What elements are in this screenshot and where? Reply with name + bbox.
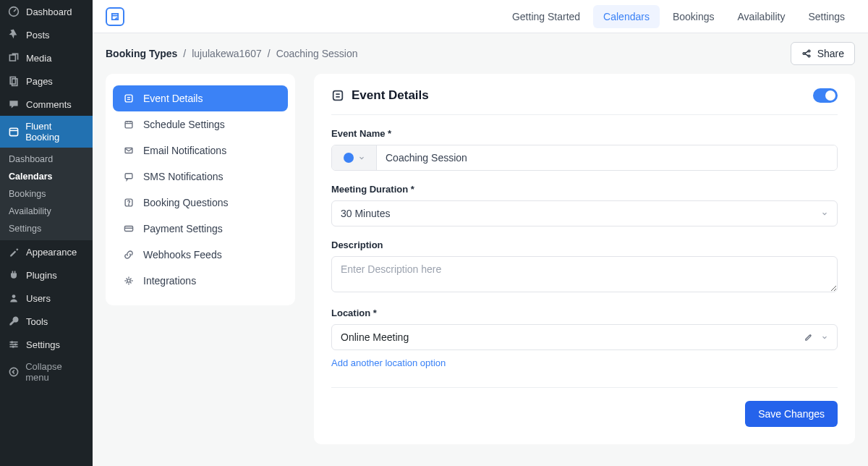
sidebar-item-posts[interactable]: Posts bbox=[0, 23, 93, 46]
breadcrumb-root[interactable]: Booking Types bbox=[106, 48, 177, 59]
link-icon bbox=[123, 249, 135, 260]
tab-label: Payment Settings bbox=[143, 223, 223, 234]
topnav-settings[interactable]: Settings bbox=[798, 5, 855, 28]
integrations-icon bbox=[123, 275, 135, 287]
question-icon bbox=[123, 197, 135, 208]
svg-rect-12 bbox=[125, 95, 132, 102]
save-button[interactable]: Save Changes bbox=[745, 401, 838, 427]
tab-booking-questions[interactable]: Booking Questions bbox=[113, 190, 288, 216]
sidebar-label: Tools bbox=[26, 316, 48, 327]
event-name-row bbox=[331, 145, 838, 171]
sidebar-label: Posts bbox=[26, 30, 50, 41]
svg-rect-1 bbox=[10, 77, 15, 84]
sidebar-label: Settings bbox=[26, 339, 60, 350]
edit-icon[interactable] bbox=[804, 332, 814, 342]
location-select[interactable]: Online Meeting bbox=[331, 324, 838, 350]
sidebar-item-plugins[interactable]: Plugins bbox=[0, 263, 93, 287]
submenu-item-dashboard[interactable]: Dashboard bbox=[0, 151, 93, 168]
topnav-getting-started[interactable]: Getting Started bbox=[502, 5, 590, 28]
sidebar-item-pages[interactable]: Pages bbox=[0, 69, 93, 93]
svg-point-9 bbox=[803, 53, 805, 55]
duration-value: 30 Minutes bbox=[341, 208, 390, 219]
sidebar-label: Dashboard bbox=[26, 7, 72, 17]
sidebar-label: Collapse menu bbox=[25, 361, 85, 383]
location-label: Location * bbox=[331, 308, 838, 318]
svg-rect-2 bbox=[12, 79, 17, 86]
calendar-icon bbox=[123, 119, 135, 130]
tab-event-details[interactable]: Event Details bbox=[113, 85, 288, 111]
tab-payment-settings[interactable]: Payment Settings bbox=[113, 216, 288, 242]
brush-icon bbox=[7, 245, 20, 258]
sidebar-label: Plugins bbox=[26, 270, 57, 281]
duration-select[interactable]: 30 Minutes bbox=[331, 200, 838, 226]
sidebar-item-collapse[interactable]: Collapse menu bbox=[0, 356, 93, 388]
tab-label: Webhooks Feeds bbox=[143, 249, 222, 260]
tab-label: Integrations bbox=[143, 275, 196, 287]
sidebar-item-comments[interactable]: Comments bbox=[0, 93, 93, 116]
sidebar-label: Comments bbox=[26, 99, 72, 110]
breadcrumb: Booking Types / lujulakewa1607 / Coachin… bbox=[106, 48, 357, 59]
card-icon bbox=[123, 223, 135, 234]
tab-email-notifications[interactable]: Email Notifications bbox=[113, 137, 288, 164]
plug-icon bbox=[7, 268, 20, 281]
share-button[interactable]: Share bbox=[791, 42, 855, 65]
sidebar-item-media[interactable]: Media bbox=[0, 46, 93, 69]
details-icon bbox=[331, 89, 344, 102]
topnav-calendars[interactable]: Calendars bbox=[593, 5, 660, 28]
svg-rect-20 bbox=[333, 91, 343, 101]
svg-point-10 bbox=[808, 50, 810, 52]
sidebar-item-appearance[interactable]: Appearance bbox=[0, 240, 93, 263]
breadcrumb-user[interactable]: lujulakewa1607 bbox=[192, 48, 262, 59]
tab-label: Email Notifications bbox=[143, 145, 226, 156]
pages-icon bbox=[7, 75, 20, 88]
collapse-icon bbox=[7, 365, 20, 378]
tab-integrations[interactable]: Integrations bbox=[113, 268, 288, 294]
content-area: Event Details Schedule Settings Email No… bbox=[93, 74, 868, 466]
sidebar-label: Appearance bbox=[26, 247, 77, 258]
tab-webhooks-feeds[interactable]: Webhooks Feeds bbox=[113, 242, 288, 268]
description-input[interactable] bbox=[331, 256, 838, 292]
settings-tabs: Event Details Schedule Settings Email No… bbox=[106, 74, 295, 305]
submenu-item-settings[interactable]: Settings bbox=[0, 220, 93, 237]
sidebar-label: Media bbox=[26, 53, 51, 64]
chevron-down-icon bbox=[821, 210, 828, 217]
comment-icon bbox=[7, 98, 20, 111]
tab-sms-notifications[interactable]: SMS Notifications bbox=[113, 164, 288, 190]
topnav-availability[interactable]: Availability bbox=[728, 5, 796, 28]
share-label: Share bbox=[817, 48, 844, 59]
top-nav: Getting Started Calendars Bookings Avail… bbox=[502, 5, 855, 28]
pin-icon bbox=[7, 28, 20, 41]
sidebar-item-settings[interactable]: Settings bbox=[0, 333, 93, 356]
location-value: Online Meeting bbox=[341, 331, 409, 343]
enable-toggle[interactable] bbox=[813, 88, 838, 103]
tab-label: Event Details bbox=[143, 93, 203, 104]
sidebar-item-dashboard[interactable]: Dashboard bbox=[0, 0, 93, 23]
dashboard-icon bbox=[7, 5, 20, 18]
svg-point-17 bbox=[129, 205, 129, 206]
top-bar: Getting Started Calendars Bookings Avail… bbox=[93, 0, 868, 33]
tab-label: Booking Questions bbox=[143, 197, 229, 208]
sidebar-item-tools[interactable]: Tools bbox=[0, 310, 93, 333]
submenu-item-bookings[interactable]: Bookings bbox=[0, 185, 93, 203]
svg-rect-15 bbox=[125, 174, 132, 179]
event-color-picker[interactable] bbox=[332, 145, 377, 170]
sliders-icon bbox=[7, 338, 20, 351]
sidebar-item-fluent-booking[interactable]: Fluent Booking bbox=[0, 116, 93, 148]
add-location-link[interactable]: Add another location option bbox=[331, 357, 446, 368]
svg-point-4 bbox=[12, 295, 16, 298]
submenu-item-availability[interactable]: Availability bbox=[0, 203, 93, 220]
app-logo bbox=[106, 7, 124, 26]
sidebar-label: Users bbox=[26, 293, 51, 304]
svg-point-7 bbox=[12, 346, 14, 348]
form-heading: Event Details bbox=[352, 88, 429, 103]
submenu-item-calendars[interactable]: Calendars bbox=[0, 168, 93, 185]
event-name-input[interactable] bbox=[377, 145, 837, 170]
chevron-down-icon bbox=[358, 154, 365, 161]
tab-schedule-settings[interactable]: Schedule Settings bbox=[113, 111, 288, 137]
divider bbox=[331, 387, 838, 388]
event-name-label: Event Name * bbox=[331, 128, 838, 139]
sidebar-label: Fluent Booking bbox=[25, 121, 85, 143]
details-icon bbox=[123, 93, 135, 104]
topnav-bookings[interactable]: Bookings bbox=[663, 5, 725, 28]
sidebar-item-users[interactable]: Users bbox=[0, 287, 93, 310]
